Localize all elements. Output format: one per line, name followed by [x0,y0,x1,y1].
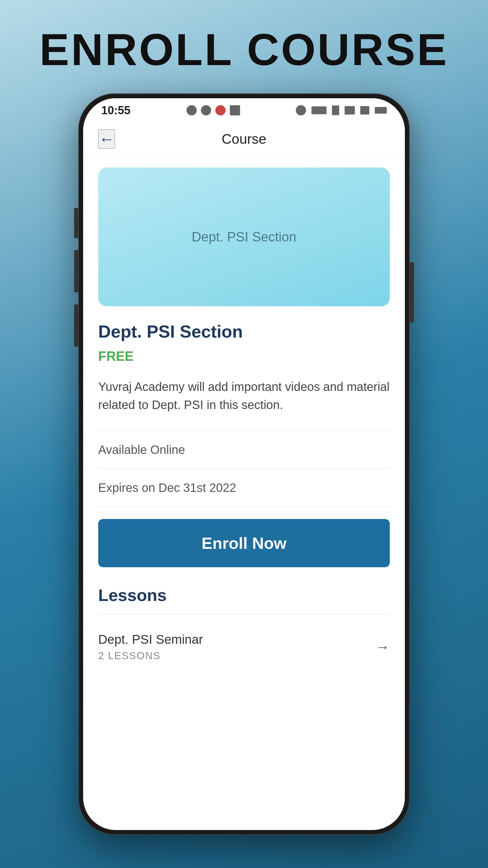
bluetooth-icon [332,105,339,115]
course-title: Dept. PSI Section [98,321,390,341]
header-title: Course [222,131,266,147]
course-expiry: Expires on Dec 31st 2022 [98,481,390,495]
enroll-now-button[interactable]: Enroll Now [98,519,390,567]
battery-icon [375,107,387,114]
lesson-count: 2 LESSONS [98,650,203,661]
status-bar: 10:55 [83,98,405,122]
notch-icon-2 [201,105,211,116]
phone-screen: 10:55 ← Course [83,98,405,830]
course-description: Yuvraj Academy will add important videos… [98,378,390,414]
lessons-divider [98,614,390,614]
notch-icon-4 [230,105,240,116]
volume-down-button [74,304,78,347]
power-button [410,262,414,322]
wifi-icon [345,106,355,115]
status-right-icons [296,105,387,116]
screen-content[interactable]: Dept. PSI Section Dept. PSI Section FREE… [83,156,405,830]
course-image-label: Dept. PSI Section [192,229,296,244]
lesson-item[interactable]: Dept. PSI Seminar 2 LESSONS → [98,626,390,671]
lesson-arrow-icon: → [375,639,390,655]
lesson-name: Dept. PSI Seminar [98,632,203,647]
phone-shell: 10:55 ← Course [78,93,410,835]
notch-icon-3 [216,105,226,116]
volume-silent-button [74,208,78,238]
volte-icon [312,106,327,114]
lesson-info: Dept. PSI Seminar 2 LESSONS [98,632,203,661]
divider-1 [98,431,390,431]
app-header: ← Course [83,122,405,156]
status-left-icons [187,105,240,116]
back-button[interactable]: ← [98,129,115,149]
course-availability: Available Online [98,443,390,457]
volume-up-button [74,250,78,292]
lessons-section-title: Lessons [98,585,390,605]
signal-icon [360,106,369,115]
notch-icon-1 [187,105,197,116]
course-price: FREE [98,349,390,364]
globe-icon [296,105,306,116]
course-image: Dept. PSI Section [98,167,390,306]
page-title: ENROLL COURSE [39,24,449,75]
status-time: 10:55 [101,104,130,117]
divider-2 [98,469,390,469]
